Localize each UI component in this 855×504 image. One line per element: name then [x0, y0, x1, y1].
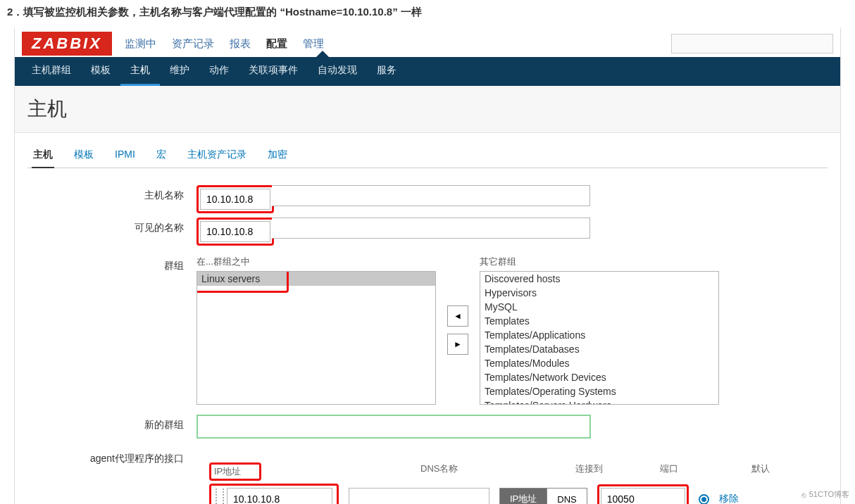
- default-header-label: 默认: [751, 462, 794, 481]
- top-nav: 监测中 资产记录 报表 配置 管理: [125, 33, 324, 55]
- list-item[interactable]: Templates/Network Devices: [480, 370, 718, 384]
- in-groups-listbox[interactable]: Linux servers: [196, 271, 436, 405]
- hostname-highlight: [196, 185, 274, 213]
- new-group-input[interactable]: [196, 415, 591, 439]
- list-item[interactable]: Templates/Applications: [480, 328, 718, 342]
- host-tabs: 主机 模板 IPMI 宏 主机资产记录 加密: [27, 143, 828, 168]
- tab-macros[interactable]: 宏: [155, 143, 168, 168]
- visible-name-label: 可见的名称: [27, 218, 196, 234]
- instruction-text: 2．填写被监控机相关参数，主机名称与客户端代理配置的 “Hostname=10.…: [0, 0, 855, 27]
- triangle-right-icon: ►: [454, 339, 462, 349]
- other-groups-listbox[interactable]: Discovered hosts Hypervisors MySQL Templ…: [480, 271, 719, 405]
- hostname-input-ext[interactable]: [272, 185, 590, 206]
- visible-name-input-ext[interactable]: [272, 218, 590, 239]
- subnav-actions[interactable]: 动作: [199, 57, 239, 86]
- dns-name-input[interactable]: [349, 488, 489, 504]
- tab-ipmi[interactable]: IPMI: [113, 143, 137, 168]
- visible-name-highlight: [196, 218, 274, 246]
- list-item[interactable]: Hypervisors: [480, 286, 718, 300]
- connect-dns-button[interactable]: DNS: [547, 489, 586, 504]
- in-groups-item-linuxservers[interactable]: Linux servers: [197, 272, 435, 286]
- list-item[interactable]: Templates/Operating Systems: [480, 384, 718, 398]
- subnav-correlation[interactable]: 关联项事件: [239, 57, 308, 86]
- list-item[interactable]: Templates/Databases: [480, 342, 718, 356]
- interface-headers: IP地址 DNS名称 连接到 端口 默认: [209, 462, 828, 481]
- in-groups-column: 在...群组之中 Linux servers: [196, 256, 436, 405]
- tab-host[interactable]: 主机: [32, 143, 54, 168]
- default-radio[interactable]: [699, 494, 709, 505]
- subnav-discovery[interactable]: 自动发现: [308, 57, 367, 86]
- top-bar: ZABBIX 监测中 资产记录 报表 配置 管理: [15, 27, 840, 57]
- hostname-input[interactable]: [200, 189, 270, 210]
- ip-highlight: [209, 484, 339, 504]
- global-search-input[interactable]: [671, 34, 833, 53]
- sub-nav: 主机群组 模板 主机 维护 动作 关联项事件 自动发现 服务: [15, 57, 840, 86]
- zabbix-app: ZABBIX 监测中 资产记录 报表 配置 管理 主机群组 模板 主机 维护 动…: [14, 27, 841, 504]
- dns-header-label: DNS名称: [420, 462, 575, 481]
- watermark-text: 51CTO博客: [809, 489, 849, 500]
- port-input[interactable]: [601, 488, 685, 504]
- in-groups-title: 在...群组之中: [196, 256, 436, 268]
- subnav-hostgroups[interactable]: 主机群组: [22, 57, 81, 86]
- other-groups-column: 其它群组 Discovered hosts Hypervisors MySQL …: [480, 256, 719, 405]
- hostname-label: 主机名称: [27, 185, 196, 202]
- content-area: 主机 模板 IPMI 宏 主机资产记录 加密 主机名称 可见的名称: [15, 133, 840, 504]
- globe-icon: ⎋: [801, 491, 806, 499]
- list-item[interactable]: Templates/Modules: [480, 356, 718, 370]
- drag-handle-icon[interactable]: [216, 489, 224, 504]
- ip-header-label: IP地址: [214, 466, 241, 477]
- topnav-reports[interactable]: 报表: [230, 33, 251, 55]
- radio-dot-icon: [699, 494, 709, 505]
- remove-interface-link[interactable]: 移除: [719, 493, 739, 504]
- visible-name-input[interactable]: [200, 221, 270, 242]
- agent-interface-label: agent代理程序的接口: [27, 448, 196, 465]
- host-form: 主机名称 可见的名称 群组 在.: [27, 168, 828, 504]
- topnav-configuration[interactable]: 配置: [266, 33, 287, 55]
- connect-ip-button[interactable]: IP地址: [500, 489, 547, 504]
- watermark: ⎋ 51CTO博客: [801, 489, 849, 500]
- ip-header-highlight: IP地址: [209, 462, 261, 481]
- list-item[interactable]: MySQL: [480, 300, 718, 314]
- move-left-button[interactable]: ◄: [447, 305, 468, 327]
- subnav-maintenance[interactable]: 维护: [160, 57, 199, 86]
- new-group-label: 新的群组: [27, 415, 196, 431]
- list-item[interactable]: Templates/Servers Hardware: [480, 398, 718, 405]
- group-move-buttons: ◄ ►: [447, 305, 468, 355]
- port-highlight: [597, 484, 689, 504]
- tab-host-inventory[interactable]: 主机资产记录: [186, 143, 248, 168]
- zabbix-logo: ZABBIX: [22, 32, 112, 56]
- page-title: 主机: [15, 86, 840, 133]
- subnav-services[interactable]: 服务: [367, 57, 406, 86]
- tab-templates[interactable]: 模板: [73, 143, 95, 168]
- triangle-left-icon: ◄: [454, 311, 462, 321]
- tab-encryption[interactable]: 加密: [266, 143, 289, 168]
- connect-to-segmented: IP地址 DNS: [499, 488, 587, 504]
- subnav-hosts[interactable]: 主机: [120, 57, 160, 86]
- connect-header-label: 连接到: [575, 462, 660, 481]
- ip-address-input[interactable]: [227, 488, 332, 504]
- subnav-templates[interactable]: 模板: [81, 57, 120, 86]
- agent-interface-row: IP地址 DNS 移除: [209, 484, 828, 504]
- list-item[interactable]: Discovered hosts: [480, 272, 718, 286]
- topnav-inventory[interactable]: 资产记录: [172, 33, 214, 55]
- move-right-button[interactable]: ►: [447, 334, 468, 355]
- port-header-label: 端口: [660, 462, 751, 481]
- topnav-monitoring[interactable]: 监测中: [125, 33, 156, 55]
- groups-label: 群组: [27, 256, 196, 272]
- list-item[interactable]: Templates: [480, 314, 718, 328]
- other-groups-title: 其它群组: [480, 256, 719, 268]
